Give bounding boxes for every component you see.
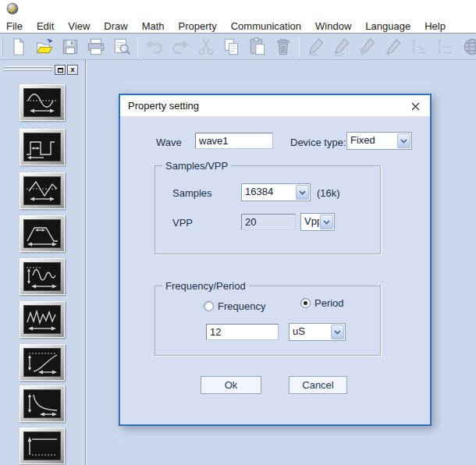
menu-draw[interactable]: Draw [97,20,134,32]
property-setting-dialog: Property setting Wave Device type: Fixed… [119,94,432,426]
dialog-close-button[interactable] [408,99,422,113]
cancel-button[interactable]: Cancel [289,376,347,394]
vpp-label: VPP [172,217,193,229]
samples-select[interactable]: 16384 [241,183,311,201]
maximize-icon [58,68,63,73]
chevron-down-icon [296,185,309,200]
globe-button[interactable] [459,36,476,58]
toolbox-maximize-button[interactable] [55,65,66,75]
chevron-down-icon [331,325,344,339]
horizontal-axis-setting-icon [435,37,455,57]
damped-sine-wave-button[interactable] [20,258,65,295]
noise-wave-button[interactable] [20,301,65,338]
menu-view[interactable]: View [61,20,97,32]
toolbar-separator [299,37,300,57]
open-file-button[interactable] [31,36,57,58]
redo-icon [170,37,190,57]
period-value-input[interactable] [206,324,279,340]
print-preview-icon [112,37,132,57]
chevron-down-icon [397,133,410,148]
app-icon [5,2,20,16]
wave-toolbox-panel: x [0,60,86,465]
exponential-decay-wave-button[interactable] [20,385,65,422]
samples-label: Samples [172,187,212,199]
new-document-button[interactable] [5,36,31,58]
wave-label: Wave [156,137,182,148]
wave-name-input[interactable] [195,133,273,149]
print-button[interactable] [83,36,108,58]
horizontal-axis-setting-button[interactable] [432,36,457,58]
dc-level-wave-button[interactable] [20,428,65,464]
save-file-icon [60,37,80,57]
period-radio[interactable]: Period [300,297,344,309]
globe-icon [462,37,476,57]
trapezoid-wave-icon [23,219,61,248]
samples-vpp-group: Samples/VPP Samples 16384 (16k) VPP Vpp [155,165,381,254]
draw-polyline-pencil-icon [357,37,378,57]
paste-icon [247,37,268,57]
dialog-titlebar[interactable]: Property setting [120,95,430,116]
draw-freehand-pencil-icon [383,37,403,57]
save-file-button[interactable] [57,36,83,58]
radio-selected-icon [300,298,311,308]
menu-edit[interactable]: Edit [30,20,61,32]
frequency-radio[interactable]: Frequency [204,300,265,312]
close-icon: x [70,66,74,73]
menu-communication[interactable]: Communication [224,20,308,32]
undo-button[interactable] [141,36,167,58]
toolbox-close-button[interactable]: x [67,65,78,75]
sine-wave-icon [23,88,61,117]
period-unit-select[interactable]: uS [289,323,346,341]
damped-sine-wave-icon [23,262,61,291]
triangle-wave-button[interactable] [20,172,65,209]
vertical-axis-setting-button[interactable] [406,36,432,58]
toolbar [0,34,476,60]
new-document-icon [9,37,29,57]
ok-button[interactable]: Ok [201,376,261,394]
print-preview-button[interactable] [108,36,134,58]
trapezoid-wave-button[interactable] [20,215,65,252]
period-unit-value: uS [290,324,330,340]
draw-curve-pencil-button[interactable] [329,36,354,58]
canvas-area: x [0,60,476,465]
menu-window[interactable]: Window [308,20,358,32]
square-wave-button[interactable] [20,129,65,165]
redo-button[interactable] [167,36,193,58]
toolbar-grip[interactable] [2,37,3,57]
copy-icon [222,37,242,57]
frequency-period-group-title: Frequency/Period [162,280,249,292]
window-titlebar[interactable] [0,0,476,19]
samples-hint: (16k) [317,187,340,199]
menu-help[interactable]: Help [417,20,453,32]
device-type-value: Fixed [347,133,396,149]
draw-curve-pencil-icon [332,37,352,57]
square-wave-icon [23,133,61,162]
paste-button[interactable] [244,36,270,58]
vpp-value-input[interactable] [241,214,296,230]
vpp-unit-select[interactable]: Vpp [300,213,335,231]
samples-vpp-group-title: Samples/VPP [162,160,231,172]
draw-freehand-pencil-button[interactable] [380,36,406,58]
device-type-label: Device type: [290,137,346,148]
samples-value: 16384 [242,184,295,201]
delete-button[interactable] [270,36,296,58]
chevron-down-icon [320,215,333,229]
dc-level-wave-icon [23,431,61,460]
menu-language[interactable]: Language [358,20,417,32]
copy-button[interactable] [218,36,244,58]
frequency-radio-label: Frequency [218,300,265,312]
menu-property[interactable]: Property [172,20,224,32]
toolbox-grip[interactable] [4,66,52,73]
sine-wave-button[interactable] [20,84,65,121]
draw-line-pencil-icon [306,37,326,57]
menu-math[interactable]: Math [135,20,172,32]
exponential-rise-wave-button[interactable] [20,344,65,381]
open-file-icon [34,37,55,57]
draw-line-pencil-button[interactable] [303,36,329,58]
menu-file[interactable]: File [0,20,30,32]
draw-polyline-pencil-button[interactable] [354,36,380,58]
device-type-select[interactable]: Fixed [346,132,412,150]
menubar: File Edit View Draw Math Property Commun… [0,19,476,34]
triangle-wave-icon [23,176,61,205]
cut-button[interactable] [193,36,218,58]
